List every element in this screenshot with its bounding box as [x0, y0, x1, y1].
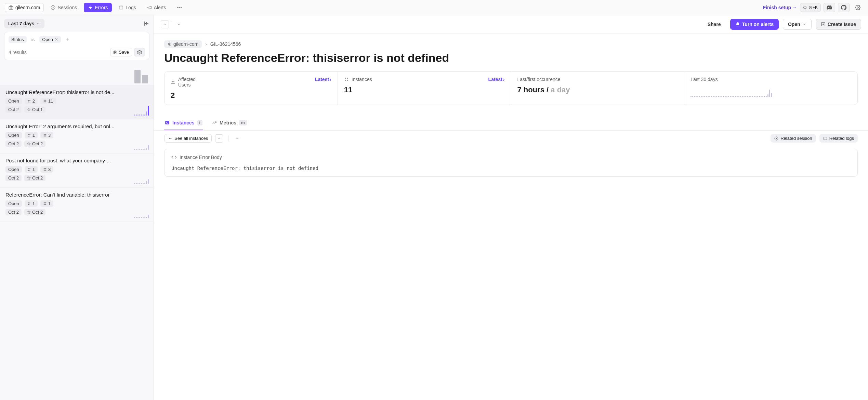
svg-point-8 — [857, 7, 858, 8]
svg-marker-11 — [137, 50, 142, 52]
filter-value[interactable]: Open ✕ — [39, 36, 61, 43]
svg-point-12 — [28, 100, 29, 101]
see-all-instances-button[interactable]: ← See all instances — [164, 134, 212, 143]
svg-rect-23 — [44, 135, 45, 136]
status-badge: Open — [5, 166, 22, 173]
create-issue-button[interactable]: Create Issue — [816, 19, 861, 30]
svg-rect-4 — [119, 6, 123, 9]
svg-rect-37 — [44, 204, 45, 205]
error-sparkline — [134, 139, 149, 150]
latest-instances-link[interactable]: Latest › — [488, 77, 505, 82]
svg-rect-48 — [347, 78, 348, 79]
related-session-button[interactable]: Related session — [771, 134, 816, 143]
stat-instances: Instances Latest › 11 — [338, 72, 511, 105]
error-list-item[interactable]: Uncaught Error: 2 arguments required, bu… — [0, 119, 154, 154]
users-badge: 1 — [25, 132, 38, 138]
filter-key[interactable]: Status — [9, 36, 27, 43]
error-body-code: Uncaught ReferenceError: thisiserror is … — [171, 165, 851, 171]
svg-rect-22 — [45, 134, 46, 135]
date-badge: Oct 2 — [5, 141, 22, 147]
sidebar-overview-chart — [0, 64, 154, 85]
svg-point-34 — [29, 202, 30, 203]
time-range-dropdown[interactable]: Last 7 days — [4, 19, 44, 28]
project-selector[interactable]: gileorn.com — [5, 3, 44, 12]
error-item-title: Uncaught Error: 2 arguments required, bu… — [5, 123, 148, 129]
arrow-right-icon: → — [792, 5, 797, 10]
megaphone-icon — [147, 5, 152, 10]
users-icon — [171, 80, 175, 84]
turn-on-alerts-button[interactable]: Turn on alerts — [730, 19, 779, 30]
prev-error-button[interactable] — [161, 20, 169, 28]
terminal-icon — [165, 120, 170, 125]
occurrence-value: 7 hours / a day — [517, 85, 678, 94]
svg-rect-36 — [45, 202, 46, 203]
instance-toolbar: ← See all instances Related session Rela… — [154, 131, 868, 146]
nav-sessions[interactable]: Sessions — [47, 3, 81, 12]
logs-icon — [823, 136, 827, 141]
share-button[interactable]: Share — [702, 19, 726, 30]
save-filter-button[interactable]: Save — [110, 48, 132, 56]
discord-icon — [827, 5, 832, 10]
svg-point-20 — [29, 134, 30, 135]
finish-setup-link[interactable]: Finish setup → — [763, 5, 797, 10]
svg-point-44 — [169, 44, 170, 45]
github-link[interactable] — [838, 3, 850, 12]
first-date-badge: Oct 1 — [24, 106, 45, 113]
svg-marker-25 — [27, 142, 30, 145]
breadcrumb-id: GIL-36214566 — [210, 41, 241, 47]
svg-rect-35 — [44, 202, 45, 203]
last-30-sparkline — [691, 85, 851, 97]
tab-instances[interactable]: Instances i — [164, 117, 203, 130]
chevron-up-icon — [217, 136, 221, 141]
gear-icon — [855, 5, 860, 10]
svg-rect-17 — [45, 101, 46, 102]
nav-errors[interactable]: Errors — [84, 3, 112, 12]
search-cmdk[interactable]: ⌘+K — [800, 3, 821, 12]
chevron-down-icon — [36, 22, 40, 26]
nav-more[interactable]: ••• — [173, 3, 186, 12]
tab-metrics[interactable]: Metrics m — [211, 117, 248, 130]
svg-marker-39 — [27, 211, 30, 214]
svg-marker-3 — [89, 5, 92, 10]
error-list-item[interactable]: Post not found for post: what-your-compa… — [0, 154, 154, 188]
add-filter-button[interactable]: + — [63, 36, 71, 43]
discord-link[interactable] — [824, 3, 835, 12]
error-list-item[interactable]: Uncaught ReferenceError: thisiserror is … — [0, 85, 154, 119]
error-item-title: ReferenceError: Can't find variable: thi… — [5, 192, 148, 198]
latest-users-link[interactable]: Latest › — [315, 77, 331, 82]
settings-button[interactable] — [852, 3, 863, 12]
collapse-sidebar-button[interactable] — [143, 21, 149, 27]
related-logs-button[interactable]: Related logs — [819, 134, 858, 143]
next-error-button[interactable] — [175, 20, 183, 28]
instances-badge: 11 — [40, 98, 56, 104]
svg-point-27 — [29, 168, 30, 169]
svg-point-46 — [173, 81, 175, 82]
error-sparkline — [134, 174, 149, 184]
layers-button[interactable] — [134, 48, 145, 56]
error-list-item[interactable]: ReferenceError: Can't find variable: thi… — [0, 188, 154, 222]
target-icon — [168, 42, 172, 46]
instances-badge: 3 — [40, 132, 53, 138]
svg-rect-50 — [347, 80, 348, 81]
users-badge: 1 — [25, 200, 38, 207]
error-item-title: Post not found for post: what-your-compa… — [5, 158, 148, 163]
filter-card: Status is Open ✕ + 4 results Save — [4, 32, 149, 60]
first-date-badge: Oct 2 — [24, 141, 45, 147]
results-count: 4 results — [9, 50, 27, 55]
first-date-badge: Oct 2 — [24, 209, 45, 215]
remove-filter-icon[interactable]: ✕ — [54, 37, 58, 42]
prev-instance-button[interactable] — [215, 134, 223, 143]
next-instance-button[interactable] — [233, 134, 241, 143]
sidebar: Last 7 days Status is Open ✕ + 4 results — [0, 15, 154, 400]
svg-line-7 — [806, 9, 806, 9]
status-dropdown[interactable]: Open — [783, 19, 812, 30]
status-badge: Open — [5, 200, 22, 207]
error-sparkline — [134, 105, 149, 116]
svg-rect-0 — [9, 6, 13, 9]
error-list: Uncaught ReferenceError: thisiserror is … — [0, 85, 154, 222]
nav-alerts[interactable]: Alerts — [143, 3, 170, 12]
stat-occurrence: Last/first occurrence 7 hours / a day — [511, 72, 685, 105]
nav-logs[interactable]: Logs — [115, 3, 140, 12]
breadcrumb-project[interactable]: gileorn-com — [164, 40, 202, 48]
svg-point-6 — [803, 6, 806, 9]
